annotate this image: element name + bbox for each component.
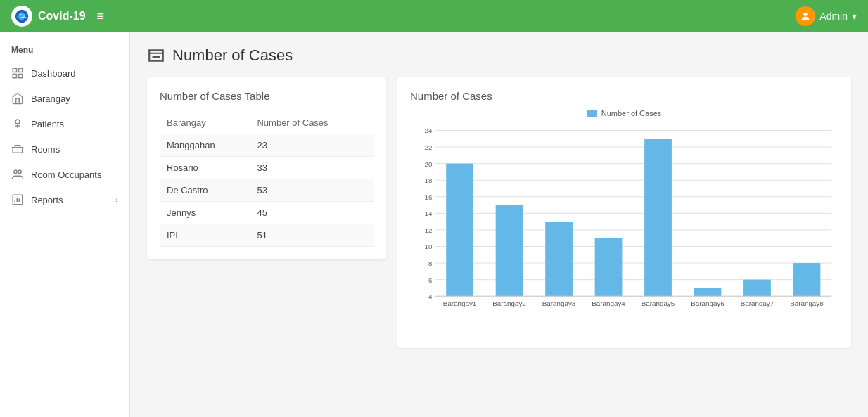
bar bbox=[743, 280, 771, 297]
cell-cases: 45 bbox=[250, 202, 374, 224]
bar bbox=[446, 164, 473, 297]
svg-text:Barangay6: Barangay6 bbox=[691, 300, 725, 307]
bar bbox=[595, 238, 623, 297]
svg-rect-3 bbox=[19, 68, 23, 72]
main-content: Number of Cases Number of Cases Table Ba… bbox=[130, 32, 868, 417]
bar bbox=[694, 288, 722, 296]
sidebar-label-patients: Patients bbox=[31, 119, 64, 129]
svg-text:24: 24 bbox=[425, 127, 433, 134]
svg-point-9 bbox=[14, 170, 18, 174]
sidebar-item-patients[interactable]: Patients bbox=[0, 111, 129, 136]
bar bbox=[644, 139, 672, 296]
table-row: Rosario33 bbox=[160, 157, 374, 179]
app-logo bbox=[11, 6, 32, 27]
sidebar-label-dashboard: Dashboard bbox=[31, 68, 76, 79]
svg-point-6 bbox=[15, 120, 20, 124]
cell-cases: 23 bbox=[250, 134, 374, 157]
svg-rect-2 bbox=[13, 68, 16, 72]
avatar bbox=[796, 6, 815, 26]
sidebar-menu-label: Menu bbox=[0, 39, 129, 60]
table-row: Manggahan23 bbox=[160, 134, 374, 157]
svg-text:18: 18 bbox=[425, 177, 433, 184]
cell-barangay: Jennys bbox=[160, 202, 250, 224]
table-row: IPI51 bbox=[160, 224, 374, 247]
sidebar: Menu Dashboard Barangay bbox=[0, 32, 130, 417]
svg-text:12: 12 bbox=[425, 226, 433, 234]
sidebar-label-barangay: Barangay bbox=[31, 94, 70, 104]
chart-area: 2422201816141210864Barangay1Barangay2Bar… bbox=[410, 122, 838, 335]
svg-text:Barangay2: Barangay2 bbox=[492, 300, 525, 307]
cell-barangay: Manggahan bbox=[160, 134, 250, 157]
table-row: Jennys45 bbox=[160, 202, 374, 224]
menu-toggle-icon[interactable]: ≡ bbox=[97, 9, 105, 24]
svg-text:16: 16 bbox=[425, 193, 433, 201]
sidebar-item-reports[interactable]: Reports › bbox=[0, 187, 129, 212]
chart-legend: Number of Cases bbox=[410, 109, 838, 117]
layout: Menu Dashboard Barangay bbox=[0, 32, 868, 417]
svg-rect-4 bbox=[19, 75, 23, 78]
navbar: Covid-19 ≡ Admin ▾ bbox=[0, 0, 868, 32]
user-chevron: ▾ bbox=[852, 11, 857, 22]
sidebar-item-rooms[interactable]: Rooms bbox=[0, 136, 129, 162]
svg-text:Barangay1: Barangay1 bbox=[443, 300, 476, 307]
svg-point-1 bbox=[804, 13, 808, 16]
svg-text:Barangay3: Barangay3 bbox=[542, 300, 576, 307]
svg-text:Barangay4: Barangay4 bbox=[592, 300, 625, 307]
bar bbox=[793, 263, 821, 296]
sidebar-label-rooms: Rooms bbox=[31, 144, 60, 155]
svg-text:Barangay7: Barangay7 bbox=[741, 300, 774, 307]
reports-icon bbox=[11, 193, 24, 206]
page-title-icon bbox=[147, 46, 165, 65]
barangay-icon bbox=[11, 92, 24, 105]
brand: Covid-19 bbox=[11, 6, 86, 27]
username: Admin bbox=[819, 11, 848, 22]
sidebar-item-dashboard[interactable]: Dashboard bbox=[0, 60, 129, 86]
reports-chevron: › bbox=[115, 195, 118, 204]
svg-text:8: 8 bbox=[428, 259, 433, 267]
chart-card: Number of Cases Number of Cases 24222018… bbox=[397, 77, 851, 348]
svg-text:22: 22 bbox=[425, 143, 433, 151]
col-header-barangay: Barangay bbox=[160, 112, 250, 134]
svg-text:6: 6 bbox=[428, 276, 433, 284]
sidebar-label-room-occupants: Room Occupants bbox=[31, 169, 101, 180]
table-card-title: Number of Cases Table bbox=[160, 90, 374, 102]
room-occupants-icon bbox=[11, 168, 24, 181]
cell-cases: 51 bbox=[250, 224, 374, 247]
cell-barangay: IPI bbox=[160, 224, 250, 247]
svg-text:4: 4 bbox=[428, 293, 433, 300]
svg-rect-5 bbox=[13, 75, 16, 78]
table-card: Number of Cases Table Barangay Number of… bbox=[147, 77, 386, 259]
patients-icon bbox=[11, 117, 24, 130]
bar-chart-svg: 2422201816141210864Barangay1Barangay2Bar… bbox=[410, 122, 838, 333]
cell-barangay: De Castro bbox=[160, 179, 250, 202]
svg-text:10: 10 bbox=[425, 243, 433, 250]
legend-color-box bbox=[587, 110, 597, 117]
page-title: Number of Cases bbox=[147, 46, 851, 65]
user-menu[interactable]: Admin ▾ bbox=[796, 6, 857, 26]
table-row: De Castro53 bbox=[160, 179, 374, 202]
cell-cases: 53 bbox=[250, 179, 374, 202]
col-header-cases: Number of Cases bbox=[250, 112, 374, 134]
cell-cases: 33 bbox=[250, 157, 374, 179]
legend-label: Number of Cases bbox=[601, 109, 662, 117]
svg-text:20: 20 bbox=[425, 160, 433, 168]
svg-text:14: 14 bbox=[425, 210, 433, 217]
cases-table: Barangay Number of Cases Manggahan23Rosa… bbox=[160, 112, 374, 247]
svg-text:Barangay8: Barangay8 bbox=[790, 300, 824, 307]
rooms-icon bbox=[11, 143, 24, 155]
sidebar-item-room-occupants[interactable]: Room Occupants bbox=[0, 162, 129, 187]
svg-text:Barangay5: Barangay5 bbox=[642, 300, 675, 307]
cell-barangay: Rosario bbox=[160, 157, 250, 179]
dashboard-icon bbox=[11, 67, 24, 79]
svg-point-10 bbox=[18, 170, 22, 174]
sidebar-item-barangay[interactable]: Barangay bbox=[0, 86, 129, 111]
sidebar-label-reports: Reports bbox=[31, 195, 63, 205]
chart-card-title: Number of Cases bbox=[410, 90, 838, 102]
content-row: Number of Cases Table Barangay Number of… bbox=[147, 77, 851, 348]
bar bbox=[545, 222, 573, 296]
app-title: Covid-19 bbox=[38, 10, 86, 23]
bar bbox=[496, 205, 523, 297]
